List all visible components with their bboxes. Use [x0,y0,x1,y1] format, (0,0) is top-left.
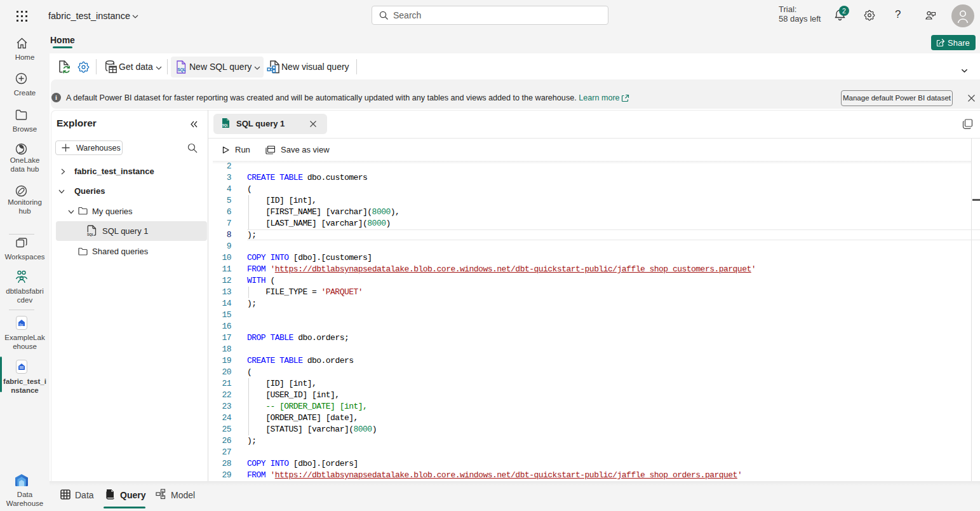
svg-text:SQL: SQL [222,124,229,127]
svg-text:SQL: SQL [178,67,186,72]
svg-text:SQL: SQL [87,233,95,236]
